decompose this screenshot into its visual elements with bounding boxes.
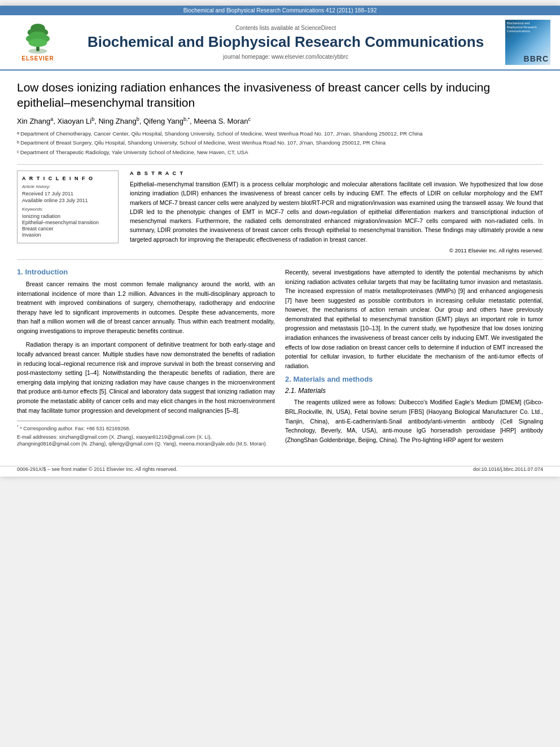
author-qifeng-yang: Qifeng Yang (143, 117, 183, 125)
body-divider (17, 259, 543, 260)
info-abstract-section: A R T I C L E I N F O Article history: R… (17, 171, 543, 254)
author-meena-moran: Meena S. Moran (194, 117, 248, 125)
footnote-divider (17, 421, 120, 421)
author-xin-zhang: Xin Zhang (17, 117, 50, 125)
corresponding-author-footnote: * * Corresponding author. Fax: +86 531 8… (17, 424, 275, 433)
doi-text: doi:10.1016/j.bbrc.2011.07.074 (473, 466, 543, 472)
email-text: E-mail addresses: xinzhang@gmail.com (X.… (17, 434, 267, 447)
journal-title-section: Contents lists available at ScienceDirec… (69, 25, 502, 59)
introduction-title: 1. Introduction (17, 268, 275, 276)
bottom-bar: 0006-291X/$ – see front matter © 2011 El… (0, 466, 560, 477)
materials-subtitle: 2.1. Materials (285, 387, 543, 395)
email-footnote: E-mail addresses: xinzhang@gmail.com (X.… (17, 434, 275, 448)
article-content: Low doses ionizing radiation enhances th… (0, 71, 560, 460)
svg-point-1 (29, 49, 47, 54)
affiliation-b-text: Department of Breast Surgery, Qilu Hospi… (20, 139, 386, 148)
author-ning-zhang: Ning Zhang (98, 117, 136, 125)
corresponding-text: * Corresponding author. Fax: +86 531 821… (20, 426, 130, 431)
materials-title: 2. Materials and methods (285, 375, 543, 383)
article-info-column: A R T I C L E I N F O Article history: R… (17, 171, 119, 254)
body-column-right: Recently, several investigations have at… (285, 268, 543, 449)
materials-text: The reagents utilized were as follows: D… (285, 397, 543, 444)
intro-paragraph-1: Breast cancer remains the most common fe… (17, 279, 275, 335)
affiliation-b: b Department of Breast Surgery, Qilu Hos… (17, 139, 543, 148)
abstract-column: A B S T R A C T Epithelial–mesenchymal t… (130, 171, 543, 254)
affiliation-c: c Department of Therapeutic Radiology, Y… (17, 148, 543, 158)
article-info-title: A R T I C L E I N F O (22, 176, 113, 181)
author-xiaoyan-li: Xiaoyan Li (58, 117, 92, 125)
affiliation-a: a Department of Chemotherapy, Cancer Cen… (17, 130, 543, 139)
keyword-2: Epithelial–mesenchymal transition (22, 220, 113, 225)
authors-line: Xin Zhanga, Xiaoyan Lib, Ning Zhangb, Qi… (17, 116, 543, 125)
article-info-box: A R T I C L E I N F O Article history: R… (17, 171, 119, 243)
available-online: Available online 23 July 2011 (22, 198, 113, 203)
intro-paragraph-2: Radiation therapy is an important compon… (17, 340, 275, 415)
affiliations: a Department of Chemotherapy, Cancer Cen… (17, 130, 543, 158)
header-divider (17, 164, 543, 165)
article-history-label: Article history: (22, 184, 113, 189)
journal-name: Biochemical and Biophysical Research Com… (69, 33, 502, 51)
issn-text: 0006-291X/$ – see front matter © 2011 El… (17, 466, 177, 472)
sciencedirect-text: Contents lists available at ScienceDirec… (235, 25, 336, 31)
keyword-3: Breast cancer (22, 226, 113, 231)
bbrc-logo-section: Biochemical and Biophysical Research Com… (502, 20, 553, 65)
affiliation-a-text: Department of Chemotherapy, Cancer Cente… (20, 130, 422, 139)
body-two-column: 1. Introduction Breast cancer remains th… (17, 268, 543, 449)
elsevier-tree-icon (18, 23, 58, 54)
intro-paragraph-3: Recently, several investigations have at… (285, 268, 543, 370)
intro-p3-text: Recently, several investigations have at… (285, 269, 543, 369)
intro-p1-text: Breast cancer remains the most common fe… (17, 279, 275, 335)
copyright-notice: © 2011 Elsevier Inc. All rights reserved… (130, 247, 543, 254)
sciencedirect-link[interactable]: Contents lists available at ScienceDirec… (69, 25, 502, 31)
bbrc-logo: Biochemical and Biophysical Research Com… (505, 20, 550, 65)
keywords-label: Keywords: (22, 207, 113, 212)
journal-citation-bar: Biochemical and Biophysical Research Com… (0, 6, 560, 15)
page: Biochemical and Biophysical Research Com… (0, 6, 560, 477)
keywords-section: Keywords: Ionizing radiation Epithelial–… (22, 207, 113, 238)
materials-paragraph: The reagents utilized were as follows: D… (285, 397, 543, 444)
body-content: 1. Introduction Breast cancer remains th… (17, 268, 543, 449)
svg-point-8 (29, 39, 47, 47)
abstract-text: Epithelial–mesenchymal transition (EMT) … (130, 180, 543, 244)
affiliation-c-text: Department of Therapeutic Radiology, Yal… (20, 148, 248, 158)
elsevier-logo-section: ELSEVIER (7, 23, 69, 62)
received-date: Received 17 July 2011 (22, 191, 113, 196)
bbrc-letters: BBRC (524, 54, 549, 63)
keyword-4: Invasion (22, 232, 113, 238)
elsevier-brand-text: ELSEVIER (21, 55, 54, 62)
bbrc-small-text: Biochemical and Biophysical Research Com… (507, 21, 538, 33)
journal-header: ELSEVIER Contents lists available at Sci… (0, 15, 560, 71)
article-title: Low doses ionizing radiation enhances th… (17, 80, 543, 111)
intro-p2-text: Radiation therapy is an important compon… (17, 340, 275, 415)
elsevier-logo: ELSEVIER (7, 23, 69, 62)
abstract-title: A B S T R A C T (130, 171, 543, 176)
body-column-left: 1. Introduction Breast cancer remains th… (17, 268, 275, 449)
journal-homepage: journal homepage: www.elsevier.com/locat… (69, 54, 502, 60)
journal-citation: Biochemical and Biophysical Research Com… (183, 7, 377, 14)
keyword-1: Ionizing radiation (22, 213, 113, 219)
